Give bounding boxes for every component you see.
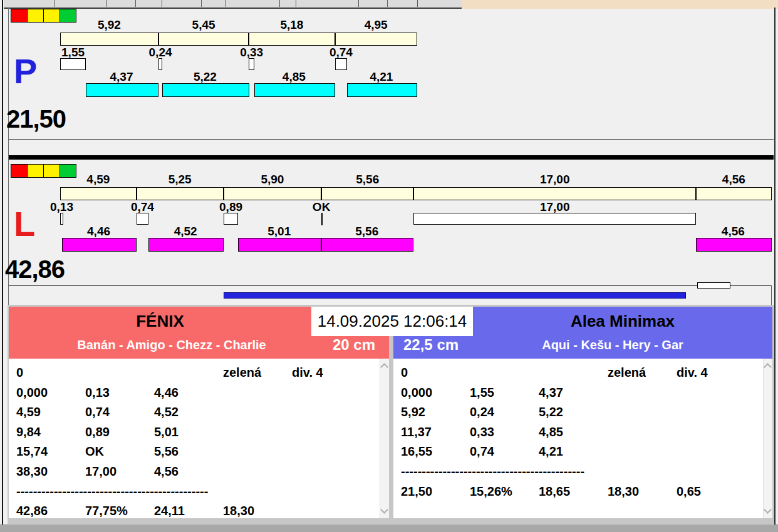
table-row: 16,550,744,21: [401, 442, 762, 462]
split-segment-bar: [696, 187, 772, 200]
scrollbar-left[interactable]: [380, 359, 389, 518]
split-time-label: 4,56: [703, 174, 764, 185]
dog-run-bar: [86, 83, 158, 97]
table-cell: 15,26%: [470, 482, 539, 502]
split-segment-bar: [335, 33, 417, 46]
start-interval-label: 1,55: [43, 47, 103, 58]
lane-l-baseline: [9, 285, 771, 286]
dog-run-bar: [162, 83, 249, 97]
table-cell: 4,85: [539, 422, 608, 442]
table-cell: 77,75%: [85, 501, 154, 518]
top-strip-divider: [296, 0, 296, 7]
top-strip-divider: [162, 0, 162, 7]
split-time-label: 5,45: [174, 19, 234, 30]
start-interval-box: [158, 58, 162, 70]
start-interval-label: 0,89: [201, 202, 261, 212]
table-cell: 18,65: [539, 482, 608, 502]
table-cell: 16,55: [401, 442, 470, 462]
split-time-label: 5,25: [150, 174, 210, 185]
table-cell: 0,000: [16, 383, 85, 403]
results-table-right: 0zelenádiv. 40,0001,554,375,920,245,2211…: [393, 359, 772, 518]
dog-run-label: 5,22: [175, 71, 235, 82]
table-cell: 4,21: [539, 442, 608, 462]
team-dogs-right: Aqui - Kešu - Hery - Gar: [453, 338, 772, 352]
dog-run-label: 5,01: [249, 226, 309, 237]
top-strip-divider: [279, 0, 280, 7]
table-row: 0zelenádiv. 4: [16, 363, 379, 383]
start-interval-label: 0,33: [222, 47, 282, 58]
lane-p-baseline: [9, 139, 774, 140]
lane-p-chart: 5,921,554,375,450,245,225,180,334,854,95…: [0, 19, 778, 101]
table-row: 0zelenádiv. 4: [401, 363, 762, 383]
results-table-left: 0zelenádiv. 40,0000,134,464,590,744,529,…: [9, 359, 389, 518]
results-rows-left: 0zelenádiv. 40,0000,134,464,590,744,529,…: [16, 363, 379, 518]
table-cell: 24,11: [154, 501, 223, 518]
start-interval-box: [249, 58, 254, 70]
split-segment-bar: [321, 187, 413, 200]
scroll-down-icon[interactable]: [764, 506, 772, 514]
table-cell: 4,46: [154, 383, 223, 403]
start-interval-box: [413, 213, 696, 225]
table-cell: 5,22: [539, 402, 608, 422]
top-strip-beige: [462, 0, 778, 9]
split-segment-bar: [158, 33, 249, 46]
lane-l-chart: 4,590,134,465,250,744,525,900,895,015,56…: [0, 174, 778, 255]
dog-run-bar: [254, 83, 335, 97]
dog-run-bar: [148, 238, 224, 252]
scroll-down-icon[interactable]: [380, 506, 388, 514]
dog-run-bar: [62, 238, 136, 252]
table-cell: zelená: [608, 363, 677, 383]
lane-l-total: 42,86: [5, 257, 65, 282]
table-cell: 0: [401, 363, 470, 383]
top-window-strip: [4, 0, 462, 9]
team-name-right: Alea Minimax: [473, 312, 772, 331]
table-row: 0,0000,134,46: [16, 383, 379, 403]
table-cell: 18,30: [223, 501, 292, 518]
window-bottom-bar: [0, 524, 778, 532]
table-cell: 5,56: [154, 442, 223, 462]
team-name-left: FÉNIX: [9, 312, 311, 331]
table-cell: 0,65: [677, 482, 745, 502]
table-cell: div. 4: [677, 363, 745, 383]
scroll-up-icon[interactable]: [764, 363, 772, 371]
table-separator-row: ----------------------------------------…: [401, 462, 762, 482]
start-interval-label: 0,74: [311, 47, 371, 58]
table-row: 38,3017,004,56: [16, 462, 379, 482]
team-dogs-left: Banán - Amigo - Chezz - Charlie: [9, 338, 335, 352]
table-cell: div. 4: [292, 363, 361, 383]
table-cell: 5,92: [401, 402, 470, 422]
start-interval-label: 0,24: [130, 47, 190, 58]
dog-run-bar: [347, 83, 417, 97]
top-strip-divider: [358, 0, 359, 7]
scroll-up-icon[interactable]: [380, 363, 388, 371]
table-cell: 9,84: [16, 422, 85, 442]
dog-run-label: 4,56: [703, 226, 763, 237]
table-row: 5,920,245,22: [401, 402, 762, 422]
section-divider: [9, 155, 774, 160]
start-interval-label: 0,13: [32, 202, 92, 212]
start-interval-box: [60, 213, 63, 225]
split-time-label: 17,00: [525, 174, 585, 185]
top-strip-divider: [226, 0, 226, 7]
table-row: 21,5015,26%18,6518,300,65: [401, 482, 762, 502]
dog-run-bar: [696, 238, 772, 252]
dog-run-label: 4,46: [69, 226, 129, 237]
dog-run-label: 4,85: [264, 71, 324, 82]
start-interval-label: 0,74: [112, 202, 172, 212]
flyball-timing-window: P 5,921,554,375,450,245,225,180,334,854,…: [0, 0, 778, 532]
split-time-label: 5,92: [79, 19, 139, 30]
top-strip-divider: [201, 0, 202, 7]
table-cell: 18,30: [608, 482, 677, 502]
table-row: 42,8677,75%24,1118,30: [16, 501, 379, 518]
lane-p-total: 21,50: [6, 106, 66, 131]
table-cell: 15,74: [16, 442, 85, 462]
table-cell: OK: [85, 442, 154, 462]
split-segment-bar: [249, 33, 335, 46]
split-segment-bar: [224, 187, 321, 200]
table-cell: 4,52: [154, 402, 223, 422]
split-time-label: 5,18: [262, 19, 322, 30]
dog-run-bar: [238, 238, 321, 252]
table-cell: 5,01: [154, 422, 223, 442]
top-strip-divider: [54, 0, 54, 7]
scrollbar-right[interactable]: [763, 359, 772, 518]
